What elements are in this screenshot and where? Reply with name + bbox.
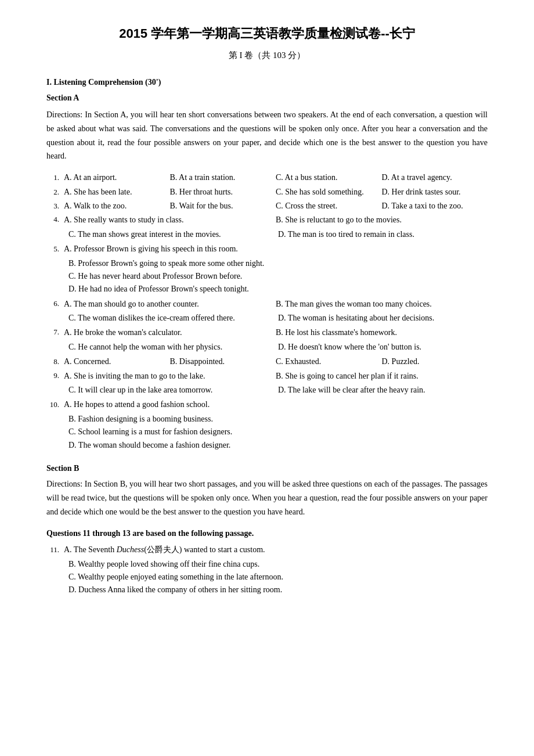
q5-header: 5. A. Professor Brown is giving his spee…: [46, 243, 488, 255]
q1-optD: D. At a travel agency.: [382, 171, 488, 184]
q8-num: 8.: [46, 356, 64, 368]
q7-col2: B. He lost his classmate's homework.: [276, 326, 488, 339]
q6-row1: 6. A. The man should go to another count…: [46, 298, 488, 311]
q11-optA: A. The Seventh Duchess(公爵夫人) wanted to s…: [64, 543, 265, 556]
q4-col1b: C. The man shows great interest in the m…: [68, 228, 278, 241]
question-block-10: 10. A. He hopes to attend a good fashion…: [46, 398, 488, 452]
q7-col1: A. He broke the woman's calculator.: [64, 326, 276, 339]
q11-header: 11. A. The Seventh Duchess(公爵夫人) wanted …: [46, 543, 488, 556]
section-a-directions: Directions: In Section A, you will hear …: [46, 108, 488, 163]
q4-col1: A. She really wants to study in class.: [64, 214, 276, 226]
q11-optD-row: D. Duchess Anna liked the company of oth…: [46, 584, 488, 596]
q4-col2: B. She is reluctant to go to the movies.: [276, 214, 488, 226]
q6-row2: C. The woman dislikes the ice-cream offe…: [46, 312, 488, 325]
q4-row1: 4. A. She really wants to study in class…: [46, 214, 488, 226]
q11-optB-row: B. Wealthy people loved showing off thei…: [46, 558, 488, 571]
q9-row1: 9. A. She is inviting the man to go to t…: [46, 370, 488, 383]
question-block-4: 4. A. She really wants to study in class…: [46, 214, 488, 241]
q1-num: 1.: [46, 172, 64, 184]
q9-col1b: C. It will clear up in the lake area tom…: [68, 384, 278, 397]
page-title: 2015 学年第一学期高三英语教学质量检测试卷--长宁: [46, 23, 488, 44]
q9-row2: C. It will clear up in the lake area tom…: [46, 384, 488, 397]
q7-col1b: C. He cannot help the woman with her phy…: [68, 341, 278, 354]
q2-optB: B. Her throat hurts.: [170, 186, 276, 199]
q1-optA: A. At an airport.: [64, 171, 170, 184]
q11-num: 11.: [46, 544, 64, 556]
q9-col2: B. She is going to cancel her plan if it…: [276, 370, 488, 383]
q6-col2: B. The man gives the woman too many choi…: [276, 298, 488, 311]
q10-num: 10.: [46, 399, 64, 411]
q7-num: 7.: [46, 326, 64, 339]
q10-optC-row: C. School learning is a must for fashion…: [46, 426, 488, 438]
question-row-1: 1. A. At an airport. B. At a train stati…: [46, 171, 488, 184]
q7-row1: 7. A. He broke the woman's calculator. B…: [46, 326, 488, 339]
question-block-7: 7. A. He broke the woman's calculator. B…: [46, 326, 488, 354]
q6-col2b: D. The woman is hesitating about her dec…: [278, 312, 488, 325]
q2-optC: C. She has sold something.: [276, 186, 382, 199]
questions-area: 1. A. At an airport. B. At a train stati…: [46, 171, 488, 452]
section-a-title: Section A: [46, 92, 488, 105]
q11-italic: Duchess: [117, 545, 144, 554]
question-block-5: 5. A. Professor Brown is giving his spee…: [46, 243, 488, 296]
q8-options: A. Concerned. B. Disappointed. C. Exhaus…: [64, 355, 488, 368]
q6-num: 6.: [46, 298, 64, 311]
q10-optB-row: B. Fashion designing is a booming busine…: [46, 413, 488, 426]
q2-optA: A. She has been late.: [64, 186, 170, 199]
q5-optA: A. Professor Brown is giving his speech …: [64, 243, 238, 255]
q8-optC: C. Exhausted.: [276, 355, 382, 368]
q10-optD-row: D. The woman should become a fashion des…: [46, 439, 488, 452]
section1-header: I. Listening Comprehension (30'): [46, 76, 488, 89]
section-b-directions: Directions: In Section B, you will hear …: [46, 477, 488, 519]
q1-optB: B. At a train station.: [170, 171, 276, 184]
q9-col2b: D. The lake will be clear after the heav…: [278, 384, 488, 397]
question-row-8: 8. A. Concerned. B. Disappointed. C. Exh…: [46, 355, 488, 368]
q9-num: 9.: [46, 370, 64, 383]
q6-col1b: C. The woman dislikes the ice-cream offe…: [68, 312, 278, 325]
q11-optC-row: C. Wealthy people enjoyed eating somethi…: [46, 571, 488, 584]
q4-row2: C. The man shows great interest in the m…: [46, 228, 488, 241]
q3-optB: B. Wait for the bus.: [170, 200, 276, 213]
q6-col1: A. The man should go to another counter.: [64, 298, 276, 311]
q2-options: A. She has been late. B. Her throat hurt…: [64, 186, 488, 199]
q5-optD-row: D. He had no idea of Professor Brown's s…: [46, 283, 488, 296]
subtitle: 第 I 卷（共 103 分）: [46, 48, 488, 62]
q8-optA: A. Concerned.: [64, 355, 170, 368]
q3-options: A. Walk to the zoo. B. Wait for the bus.…: [64, 200, 488, 213]
q1-options: A. At an airport. B. At a train station.…: [64, 171, 488, 184]
q5-optC-row: C. He has never heard about Professor Br…: [46, 270, 488, 283]
question-row-2: 2. A. She has been late. B. Her throat h…: [46, 186, 488, 199]
q3-num: 3.: [46, 200, 64, 213]
q8-optB: B. Disappointed.: [170, 355, 276, 368]
q1-optC: C. At a bus station.: [276, 171, 382, 184]
q7-row2: C. He cannot help the woman with her phy…: [46, 341, 488, 354]
q7-col2b: D. He doesn't know where the 'on' button…: [278, 341, 488, 354]
question-block-9: 9. A. She is inviting the man to go to t…: [46, 370, 488, 397]
q4-num: 4.: [46, 214, 64, 226]
question-row-3: 3. A. Walk to the zoo. B. Wait for the b…: [46, 200, 488, 213]
q8-optD: D. Puzzled.: [382, 355, 488, 368]
question-block-11: 11. A. The Seventh Duchess(公爵夫人) wanted …: [46, 543, 488, 597]
q5-num: 5.: [46, 243, 64, 255]
passage-header: Questions 11 through 13 are based on the…: [46, 527, 488, 540]
q3-optD: D. Take a taxi to the zoo.: [382, 200, 488, 213]
section-b-title: Section B: [46, 462, 488, 475]
q9-col1: A. She is inviting the man to go to the …: [64, 370, 276, 383]
q5-optB-row: B. Professor Brown's going to speak more…: [46, 257, 488, 270]
q3-optA: A. Walk to the zoo.: [64, 200, 170, 213]
q10-optA: A. He hopes to attend a good fashion sch…: [64, 398, 210, 411]
q2-num: 2.: [46, 186, 64, 199]
q4-col2b: D. The man is too tired to remain in cla…: [278, 228, 488, 241]
q2-optD: D. Her drink tastes sour.: [382, 186, 488, 199]
q3-optC: C. Cross the street.: [276, 200, 382, 213]
question-block-6: 6. A. The man should go to another count…: [46, 298, 488, 325]
q10-header: 10. A. He hopes to attend a good fashion…: [46, 398, 488, 411]
